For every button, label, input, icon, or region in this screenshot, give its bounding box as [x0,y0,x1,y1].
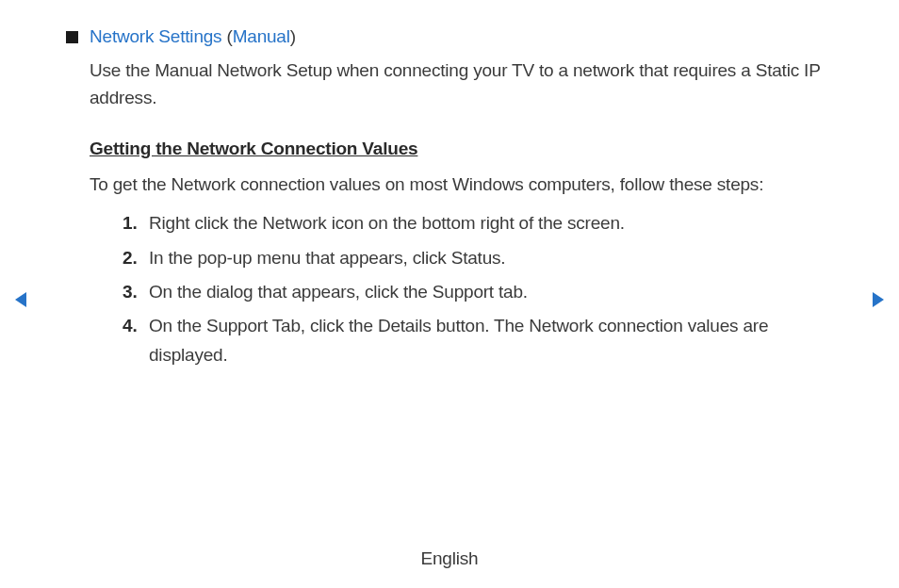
bullet-icon [66,31,78,43]
arrow-right-icon [871,290,886,309]
next-page-button[interactable] [871,290,886,309]
subintro-text: To get the Network connection values on … [90,171,824,198]
intro-text: Use the Manual Network Setup when connec… [90,57,824,112]
list-item: On the dialog that appears, click the Su… [123,278,824,306]
list-item: On the Support Tab, click the Details bu… [123,312,824,369]
section-title: Network Settings (Manual) [90,26,296,47]
title-prefix: Network Settings [90,26,221,46]
list-item: In the pop-up menu that appears, click S… [123,244,824,272]
paren-close: ) [290,26,296,46]
section-header: Network Settings (Manual) [66,26,824,47]
svg-marker-1 [873,292,884,307]
language-label: English [0,548,899,569]
previous-page-button[interactable] [13,290,28,309]
title-inner: Manual [233,26,290,46]
svg-marker-0 [15,292,26,307]
list-item: Right click the Network icon on the bott… [123,209,824,237]
steps-list: Right click the Network icon on the bott… [123,209,824,369]
paren-open: ( [221,26,232,46]
arrow-left-icon [13,290,28,309]
subheading: Getting the Network Connection Values [90,139,824,159]
